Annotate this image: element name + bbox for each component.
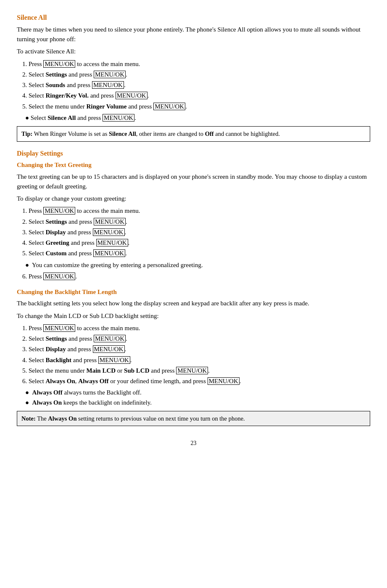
text-greeting-title: Changing the Text Greeting: [17, 160, 370, 170]
tg-step-4: Select Greeting and press MENU/OK.: [29, 238, 370, 248]
backlight-action-label: To change the Main LCD or Sub LCD backli…: [17, 311, 370, 321]
text-greeting-bullets: You can customize the greeting by enteri…: [25, 260, 370, 270]
silence-all-section: Silence All There may be times when you …: [17, 13, 370, 142]
text-greeting-intro: The text greeting can be up to 15 charac…: [17, 172, 370, 192]
menu-ok-box: MENU/OK: [94, 71, 126, 78]
menu-ok-box: MENU/OK: [43, 273, 75, 280]
bl-step-4: Select Backlight and press MENU/OK.: [29, 355, 370, 365]
silence-step-4: Select Ringer/Key Vol. and press MENU/OK…: [29, 91, 370, 101]
backlight-intro: The backlight setting lets you select ho…: [17, 299, 370, 308]
silence-step-5: Select the menu under Ringer Volume and …: [29, 102, 370, 111]
bl-step-1: Press MENU/OK to access the main menu.: [29, 323, 370, 333]
menu-ok-box: MENU/OK: [93, 249, 125, 257]
tg-step-6: Press MENU/OK.: [29, 272, 370, 281]
menu-ok-box: MENU/OK: [208, 377, 240, 385]
menu-ok-box: MENU/OK: [96, 239, 128, 246]
text-greeting-action-label: To display or change your custom greetin…: [17, 194, 370, 204]
menu-ok-box: MENU/OK: [43, 207, 75, 215]
bl-step-3: Select Display and press MENU/OK.: [29, 344, 370, 354]
silence-bullet-1: Select Silence All and press MENU/OK.: [25, 113, 370, 123]
page-number: 23: [17, 439, 370, 448]
text-greeting-subsection: Changing the Text Greeting The text gree…: [17, 160, 370, 281]
bl-step-6: Select Always On, Always Off or your def…: [29, 376, 370, 386]
menu-ok-box: MENU/OK: [98, 356, 130, 364]
tg-bullet-1: You can customize the greeting by enteri…: [25, 260, 370, 270]
display-settings-title: Display Settings: [17, 148, 370, 159]
menu-ok-box: MENU/OK: [93, 228, 125, 236]
menu-ok-box: MENU/OK: [92, 81, 124, 89]
silence-step-1: Press MENU/OK to access the main menu.: [29, 59, 370, 69]
menu-ok-box: MENU/OK: [116, 92, 147, 99]
backlight-subsection: Changing the Backlight Time Length The b…: [17, 287, 370, 426]
menu-ok-box: MENU/OK: [103, 114, 134, 122]
silence-step-2: Select Settings and press MENU/OK.: [29, 70, 370, 79]
tg-step-5: Select Custom and press MENU/OK.: [29, 249, 370, 258]
menu-ok-box: MENU/OK: [153, 103, 185, 110]
menu-ok-box: MENU/OK: [93, 345, 125, 353]
tg-step-2: Select Settings and press MENU/OK.: [29, 217, 370, 227]
silence-all-title: Silence All: [17, 13, 370, 23]
bl-bullet-1: Always Off always turns the Backlight of…: [25, 388, 370, 397]
backlight-title: Changing the Backlight Time Length: [17, 287, 370, 297]
silence-step-3: Select Sounds and press MENU/OK.: [29, 80, 370, 90]
silence-all-activate-label: To activate Silence All:: [17, 47, 370, 56]
backlight-note: Note: The Always On setting returns to p…: [17, 411, 370, 426]
silence-all-intro: There may be times when you need to sile…: [17, 25, 370, 45]
bl-step-5: Select the menu under Main LCD or Sub LC…: [29, 366, 370, 376]
menu-ok-box: MENU/OK: [94, 335, 126, 342]
silence-all-tip: Tip: When Ringer Volume is set as Silenc…: [17, 126, 370, 141]
page-content: Silence All There may be times when you …: [17, 13, 370, 448]
silence-all-steps: Press MENU/OK to access the main menu. S…: [29, 59, 370, 111]
text-greeting-last-steps: Press MENU/OK.: [29, 272, 370, 281]
bl-bullet-2: Always On keeps the backlight on indefin…: [25, 398, 370, 408]
text-greeting-steps: Press MENU/OK to access the main menu. S…: [29, 206, 370, 258]
menu-ok-box: MENU/OK: [176, 367, 208, 374]
tg-step-1: Press MENU/OK to access the main menu.: [29, 206, 370, 216]
tg-step-3: Select Display and press MENU/OK.: [29, 228, 370, 237]
display-settings-section: Display Settings Changing the Text Greet…: [17, 148, 370, 426]
backlight-bullets: Always Off always turns the Backlight of…: [25, 388, 370, 408]
backlight-steps: Press MENU/OK to access the main menu. S…: [29, 323, 370, 387]
menu-ok-box: MENU/OK: [43, 324, 75, 332]
bl-step-2: Select Settings and press MENU/OK.: [29, 334, 370, 344]
menu-ok-box: MENU/OK: [94, 218, 126, 225]
menu-ok-box: MENU/OK: [43, 60, 75, 68]
silence-bullets: Select Silence All and press MENU/OK.: [25, 113, 370, 123]
